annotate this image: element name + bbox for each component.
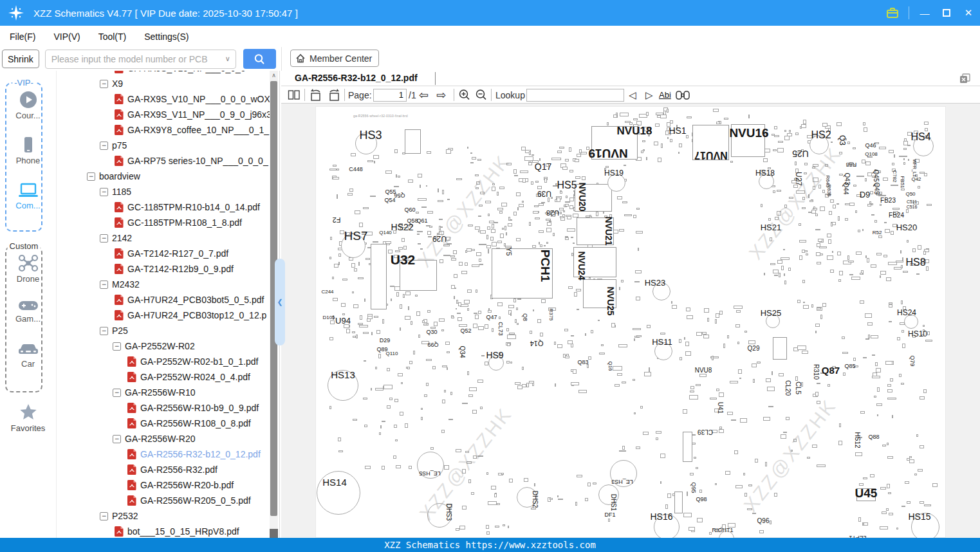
component	[447, 351, 450, 353]
tree-file-gar2556wr20505pdf[interactable]: GA-R2556W-R205_0_5.pdf	[127, 493, 280, 508]
collapse-box-icon[interactable]: −	[113, 342, 121, 351]
menu-item-toolt[interactable]: Tool(T)	[98, 32, 127, 42]
tree-file-gah7ur24pcb03bot505pdf[interactable]: GA-H7UR24_PCB03bot5_0_5.pdf	[115, 292, 280, 308]
sidebar-item-com[interactable]: Com...	[0, 181, 56, 210]
page-number-input[interactable]	[373, 89, 407, 102]
component	[485, 324, 488, 328]
component	[478, 311, 481, 314]
tree-file-gap2552wr02b101pdf[interactable]: GA-P2552W-R02-b1_0_1.pdf	[127, 354, 280, 369]
minimize-button[interactable]: —	[918, 8, 931, 19]
tree-file-gc1185tpmr10b14014pdf[interactable]: GC-1185TPM-R10-b14_0_14.pdf	[115, 199, 280, 215]
tab-active-pdf[interactable]: GA-R2556-R32-b12_0_12.pdf	[295, 73, 418, 83]
tree-file-gat2142r12707pdf[interactable]: GA-T2142-R127_0_7.pdf	[115, 246, 280, 261]
prev-page-icon[interactable]: ⇦	[419, 86, 429, 104]
tree-file-bot15015hrpv8pdf[interactable]: bot___15_0_15_HRpV8.pdf	[115, 524, 280, 538]
member-center-button[interactable]: Member Center	[290, 50, 379, 67]
collapse-box-icon[interactable]: −	[100, 281, 108, 289]
sidebar-item-favorites[interactable]: Favorites	[0, 403, 56, 433]
component	[534, 483, 535, 486]
tree-folder-p25[interactable]: −P25	[100, 323, 280, 338]
menu-item-settingss[interactable]: Settings(S)	[144, 32, 189, 42]
tree-folder-boardview[interactable]: −boardview	[87, 169, 280, 184]
collapse-box-icon[interactable]: −	[100, 327, 108, 335]
next-page-icon[interactable]: ⇨	[436, 86, 446, 104]
tree-folder-p75[interactable]: −p75	[100, 138, 280, 153]
tree-folder-2142[interactable]: −2142	[100, 230, 280, 246]
panel-splitter-handle[interactable]: ❮	[275, 259, 285, 345]
board-label-hs10: HS10	[908, 329, 927, 338]
lookup-input[interactable]	[526, 89, 624, 102]
board-label-nvu16: NVU16	[729, 126, 768, 140]
close-button[interactable]: ✕	[962, 7, 975, 19]
tree-file-gat2142r12b909pdf[interactable]: GA-T2142-R12b9_0_9.pdf	[115, 261, 280, 277]
model-search-input[interactable]: Please input the model number or PCB ∨	[45, 50, 236, 69]
component	[907, 501, 911, 504]
tree-file-gar2556r32pdf[interactable]: GA-R2556-R32.pdf	[127, 462, 280, 477]
sidebar-item-phone[interactable]: Phone	[0, 135, 56, 165]
abi-text-tool[interactable]: Abi	[659, 86, 671, 104]
tree-file-gar2556wr10b909pdf[interactable]: GA-R2556W-R10-b9_0_9.pdf	[127, 400, 280, 416]
two-page-view-icon[interactable]	[288, 86, 300, 104]
tree-file-gap2552wr02404pdf[interactable]: GA-P2552W-R024_0_4.pdf	[127, 369, 280, 385]
board-label-pch1: PCH1	[538, 250, 552, 282]
tree-file-garx9sv11np090j96x3[interactable]: GA-RX9S_V11_NP___0_9_0_j96x3	[115, 107, 280, 122]
component	[730, 161, 733, 163]
board-label-u41: U41	[717, 402, 724, 414]
tree-file-gar2556wr20bpdf[interactable]: GA-R2556W-R20-b.pdf	[127, 477, 280, 493]
collapse-box-icon[interactable]: −	[100, 234, 108, 243]
collapse-box-icon[interactable]: −	[100, 512, 108, 520]
sidebar-item-drone[interactable]: Drone	[0, 253, 56, 284]
tree-folder-gar2556wr10[interactable]: −GA-R2556W-R10	[113, 385, 280, 400]
zoom-in-icon[interactable]	[458, 86, 471, 104]
viewer-canvas[interactable]: ga-R2556-wheel-r32-0310-final-brd HS3C44…	[281, 104, 980, 538]
rotate-left-icon[interactable]	[308, 86, 324, 104]
collapse-box-icon[interactable]: −	[100, 188, 108, 196]
menu-item-vipv[interactable]: VIP(V)	[53, 32, 80, 42]
binoculars-icon[interactable]	[675, 86, 690, 104]
scroll-up-icon[interactable]: ∧	[270, 72, 278, 78]
menu-item-filef[interactable]: File(F)	[10, 32, 35, 42]
tree-file-gah7ur24pcb03top12012p[interactable]: GA-H7UR24_PCB03top12_0_12.p	[115, 308, 280, 323]
board-page[interactable]: ga-R2556-wheel-r32-0310-final-brd HS3C44…	[315, 106, 946, 538]
component	[517, 323, 519, 325]
component	[405, 423, 408, 428]
sidebar-item-cour[interactable]: Cour...	[0, 90, 56, 120]
collapse-box-icon[interactable]: −	[113, 435, 121, 443]
sidebar-item-gam[interactable]: Gam...	[0, 299, 56, 324]
zoom-out-icon[interactable]	[475, 86, 488, 104]
component	[848, 261, 854, 262]
tree-file-gar2556r32b12012pdf[interactable]: GA-R2556-R32-b12_0_12.pdf	[127, 446, 280, 462]
search-button[interactable]	[243, 49, 276, 69]
lookup-prev-icon[interactable]: ◁	[629, 86, 636, 104]
component	[499, 187, 504, 189]
collapse-box-icon[interactable]: −	[87, 172, 95, 181]
collapse-box-icon[interactable]: −	[100, 142, 108, 150]
maximize-button[interactable]	[940, 8, 953, 19]
tree-folder-gap2552wr02[interactable]: −GA-P2552W-R02	[113, 338, 280, 354]
collapse-box-icon[interactable]: −	[100, 80, 108, 88]
custom-group-label: Custom	[8, 241, 41, 251]
tree-folder-x9[interactable]: −X9	[100, 76, 280, 91]
tree-file-gar2556wr10808pdf[interactable]: GA-R2556W-R108_0_8.pdf	[127, 416, 280, 431]
tree-file-garp75series10np000[interactable]: GA-RP75 series-10_NP___0_0_0_	[115, 153, 280, 169]
tree-folder-p2532[interactable]: −P2532	[100, 508, 280, 524]
component	[646, 157, 647, 160]
tree-file-garx9sv10np000[interactable]: GA-RX9S_V10_NP___0_0_0	[115, 71, 280, 76]
component	[407, 367, 410, 369]
component	[656, 437, 658, 440]
shrink-button[interactable]: Shrink	[2, 50, 39, 68]
tree-file-gc1185tpmr10818pdf[interactable]: GC-1185TPM-R108_1_8.pdf	[115, 215, 280, 230]
component	[409, 361, 412, 365]
license-briefcase-icon[interactable]	[885, 6, 900, 19]
tree-file-garx9y8coffee10np01[interactable]: GA-RX9Y8_coffee_10_NP___0_1_	[115, 122, 280, 138]
tree-folder-1185[interactable]: −1185	[100, 184, 280, 199]
tree-folder-gar2556wr20[interactable]: −GA-R2556W-R20	[113, 431, 280, 446]
close-all-tabs-icon[interactable]	[959, 73, 971, 84]
sidebar-item-car[interactable]: Car	[0, 341, 56, 369]
tree-folder-m2432[interactable]: −M2432	[100, 277, 280, 292]
lookup-next-icon[interactable]: ▷	[645, 86, 653, 104]
rotate-right-icon[interactable]	[326, 86, 342, 104]
chevron-down-icon[interactable]: ∨	[225, 55, 230, 63]
tree-file-garx9sv10np000woxi[interactable]: GA-RX9S_V10_NP___0_0_0_wOXI	[115, 91, 280, 107]
collapse-box-icon[interactable]: −	[113, 389, 121, 397]
